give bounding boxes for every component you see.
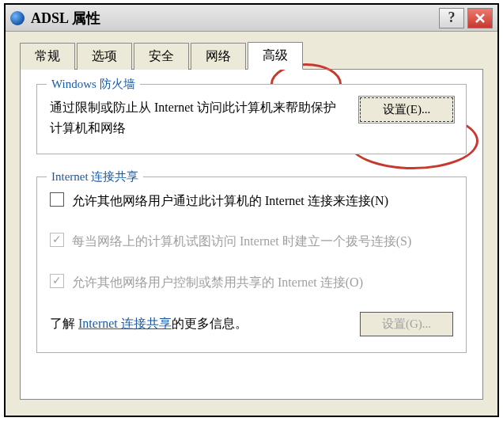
checkbox-icon — [50, 192, 64, 207]
checkbox-label: 每当网络上的计算机试图访问 Internet 时建立一个拨号连接(S) — [72, 230, 411, 252]
window-title: ADSL 属性 — [31, 9, 439, 28]
titlebar: ADSL 属性 ? — [6, 5, 497, 32]
checkbox-allow-others[interactable]: 允许其他网络用户通过此计算机的 Internet 连接来连接(N) — [50, 190, 453, 211]
close-icon — [475, 13, 486, 24]
checkbox-label: 允许其他网络用户控制或禁用共享的 Internet 连接(O) — [72, 271, 363, 293]
tab-security[interactable]: 安全 — [134, 43, 189, 70]
globe-icon — [10, 11, 25, 25]
learn-suffix: 的更多信息。 — [172, 317, 248, 330]
checkbox-icon-checked: ✓ — [50, 274, 64, 288]
tab-network[interactable]: 网络 — [191, 43, 246, 70]
checkbox-allow-control: ✓ 允许其他网络用户控制或禁用共享的 Internet 连接(O) — [50, 271, 453, 293]
close-button[interactable] — [467, 8, 493, 28]
fieldset-firewall: Windows 防火墙 通过限制或防止从 Internet 访问此计算机来帮助保… — [36, 84, 467, 154]
legend-firewall: Windows 防火墙 — [47, 77, 140, 92]
checkbox-establish-dial: ✓ 每当网络上的计算机试图访问 Internet 时建立一个拨号连接(S) — [50, 230, 453, 252]
ics-info-row: 了解 Internet 连接共享的更多信息。 设置(G)... — [50, 312, 453, 336]
checkbox-label: 允许其他网络用户通过此计算机的 Internet 连接来连接(N) — [72, 190, 388, 211]
firewall-description: 通过限制或防止从 Internet 访问此计算机来帮助保护计算机和网络 — [50, 97, 344, 138]
dialog-body: 常规 选项 安全 网络 高级 Windows 防火墙 通过限制或防止从 Inte… — [6, 32, 497, 416]
checkbox-icon-checked: ✓ — [50, 233, 64, 247]
ics-learn-link[interactable]: Internet 连接共享 — [78, 317, 172, 330]
tab-panel-advanced: Windows 防火墙 通过限制或防止从 Internet 访问此计算机来帮助保… — [20, 70, 483, 400]
tab-advanced[interactable]: 高级 — [248, 42, 303, 70]
tab-options[interactable]: 选项 — [77, 43, 132, 70]
ics-settings-button: 设置(G)... — [360, 312, 453, 336]
tab-general[interactable]: 常规 — [20, 43, 75, 70]
legend-ics: Internet 连接共享 — [47, 169, 143, 184]
learn-prefix: 了解 — [50, 317, 75, 330]
window-controls: ? — [439, 8, 493, 28]
fieldset-ics: Internet 连接共享 允许其他网络用户通过此计算机的 Internet 连… — [36, 177, 467, 353]
firewall-settings-button[interactable]: 设置(E)... — [360, 97, 453, 122]
tab-bar: 常规 选项 安全 网络 高级 — [20, 43, 483, 70]
help-button[interactable]: ? — [439, 8, 464, 28]
dialog-window: ADSL 属性 ? 常规 选项 安全 网络 高级 Windows 防火墙 — [4, 3, 499, 417]
